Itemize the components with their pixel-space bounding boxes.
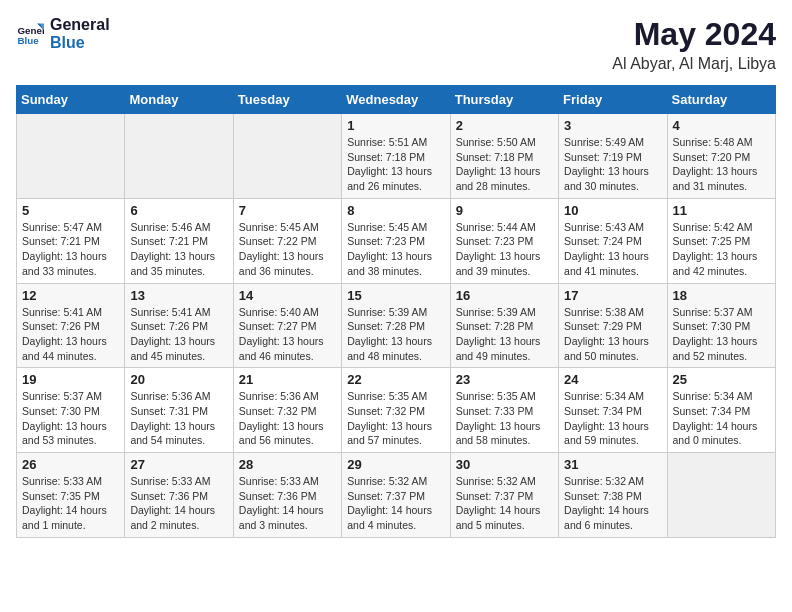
calendar-cell: 6Sunrise: 5:46 AMSunset: 7:21 PMDaylight…: [125, 198, 233, 283]
weekday-header-thursday: Thursday: [450, 86, 558, 114]
day-number: 19: [22, 372, 119, 387]
calendar-body: 1Sunrise: 5:51 AMSunset: 7:18 PMDaylight…: [17, 114, 776, 538]
day-info: Sunrise: 5:41 AMSunset: 7:26 PMDaylight:…: [130, 305, 227, 364]
calendar-cell: 12Sunrise: 5:41 AMSunset: 7:26 PMDayligh…: [17, 283, 125, 368]
calendar-cell: 1Sunrise: 5:51 AMSunset: 7:18 PMDaylight…: [342, 114, 450, 199]
calendar-week-2: 5Sunrise: 5:47 AMSunset: 7:21 PMDaylight…: [17, 198, 776, 283]
day-number: 15: [347, 288, 444, 303]
calendar-cell: 16Sunrise: 5:39 AMSunset: 7:28 PMDayligh…: [450, 283, 558, 368]
day-info: Sunrise: 5:34 AMSunset: 7:34 PMDaylight:…: [673, 389, 770, 448]
calendar-cell: [667, 453, 775, 538]
day-number: 8: [347, 203, 444, 218]
weekday-header-friday: Friday: [559, 86, 667, 114]
day-number: 25: [673, 372, 770, 387]
logo-blue: Blue: [50, 34, 110, 52]
day-info: Sunrise: 5:35 AMSunset: 7:32 PMDaylight:…: [347, 389, 444, 448]
day-info: Sunrise: 5:34 AMSunset: 7:34 PMDaylight:…: [564, 389, 661, 448]
calendar-cell: [233, 114, 341, 199]
calendar-cell: 17Sunrise: 5:38 AMSunset: 7:29 PMDayligh…: [559, 283, 667, 368]
calendar-cell: 7Sunrise: 5:45 AMSunset: 7:22 PMDaylight…: [233, 198, 341, 283]
day-number: 31: [564, 457, 661, 472]
day-info: Sunrise: 5:39 AMSunset: 7:28 PMDaylight:…: [456, 305, 553, 364]
calendar-week-3: 12Sunrise: 5:41 AMSunset: 7:26 PMDayligh…: [17, 283, 776, 368]
day-number: 3: [564, 118, 661, 133]
calendar-cell: 2Sunrise: 5:50 AMSunset: 7:18 PMDaylight…: [450, 114, 558, 199]
day-number: 13: [130, 288, 227, 303]
day-number: 18: [673, 288, 770, 303]
logo-general: General: [50, 16, 110, 34]
day-info: Sunrise: 5:32 AMSunset: 7:37 PMDaylight:…: [456, 474, 553, 533]
day-info: Sunrise: 5:46 AMSunset: 7:21 PMDaylight:…: [130, 220, 227, 279]
calendar-cell: 15Sunrise: 5:39 AMSunset: 7:28 PMDayligh…: [342, 283, 450, 368]
calendar-week-5: 26Sunrise: 5:33 AMSunset: 7:35 PMDayligh…: [17, 453, 776, 538]
day-info: Sunrise: 5:33 AMSunset: 7:36 PMDaylight:…: [239, 474, 336, 533]
day-info: Sunrise: 5:49 AMSunset: 7:19 PMDaylight:…: [564, 135, 661, 194]
day-info: Sunrise: 5:40 AMSunset: 7:27 PMDaylight:…: [239, 305, 336, 364]
day-info: Sunrise: 5:42 AMSunset: 7:25 PMDaylight:…: [673, 220, 770, 279]
day-number: 30: [456, 457, 553, 472]
day-number: 16: [456, 288, 553, 303]
day-info: Sunrise: 5:51 AMSunset: 7:18 PMDaylight:…: [347, 135, 444, 194]
calendar-cell: [17, 114, 125, 199]
calendar-week-1: 1Sunrise: 5:51 AMSunset: 7:18 PMDaylight…: [17, 114, 776, 199]
day-info: Sunrise: 5:45 AMSunset: 7:23 PMDaylight:…: [347, 220, 444, 279]
calendar-cell: 10Sunrise: 5:43 AMSunset: 7:24 PMDayligh…: [559, 198, 667, 283]
location-title: Al Abyar, Al Marj, Libya: [612, 55, 776, 73]
day-number: 10: [564, 203, 661, 218]
calendar-cell: 22Sunrise: 5:35 AMSunset: 7:32 PMDayligh…: [342, 368, 450, 453]
day-info: Sunrise: 5:44 AMSunset: 7:23 PMDaylight:…: [456, 220, 553, 279]
day-info: Sunrise: 5:37 AMSunset: 7:30 PMDaylight:…: [673, 305, 770, 364]
month-title: May 2024: [612, 16, 776, 53]
day-info: Sunrise: 5:45 AMSunset: 7:22 PMDaylight:…: [239, 220, 336, 279]
weekday-header-wednesday: Wednesday: [342, 86, 450, 114]
calendar-cell: 18Sunrise: 5:37 AMSunset: 7:30 PMDayligh…: [667, 283, 775, 368]
day-info: Sunrise: 5:33 AMSunset: 7:36 PMDaylight:…: [130, 474, 227, 533]
day-number: 23: [456, 372, 553, 387]
weekday-header-saturday: Saturday: [667, 86, 775, 114]
day-number: 5: [22, 203, 119, 218]
day-number: 14: [239, 288, 336, 303]
calendar-cell: 4Sunrise: 5:48 AMSunset: 7:20 PMDaylight…: [667, 114, 775, 199]
day-number: 1: [347, 118, 444, 133]
calendar-cell: 19Sunrise: 5:37 AMSunset: 7:30 PMDayligh…: [17, 368, 125, 453]
day-number: 20: [130, 372, 227, 387]
logo: General Blue General Blue: [16, 16, 110, 51]
day-number: 27: [130, 457, 227, 472]
calendar-cell: 29Sunrise: 5:32 AMSunset: 7:37 PMDayligh…: [342, 453, 450, 538]
day-info: Sunrise: 5:32 AMSunset: 7:38 PMDaylight:…: [564, 474, 661, 533]
calendar-cell: 30Sunrise: 5:32 AMSunset: 7:37 PMDayligh…: [450, 453, 558, 538]
weekday-header-sunday: Sunday: [17, 86, 125, 114]
calendar-cell: 23Sunrise: 5:35 AMSunset: 7:33 PMDayligh…: [450, 368, 558, 453]
day-info: Sunrise: 5:48 AMSunset: 7:20 PMDaylight:…: [673, 135, 770, 194]
calendar-table: SundayMondayTuesdayWednesdayThursdayFrid…: [16, 85, 776, 538]
calendar-week-4: 19Sunrise: 5:37 AMSunset: 7:30 PMDayligh…: [17, 368, 776, 453]
weekday-header-monday: Monday: [125, 86, 233, 114]
day-number: 2: [456, 118, 553, 133]
calendar-cell: 20Sunrise: 5:36 AMSunset: 7:31 PMDayligh…: [125, 368, 233, 453]
calendar-cell: 24Sunrise: 5:34 AMSunset: 7:34 PMDayligh…: [559, 368, 667, 453]
day-number: 28: [239, 457, 336, 472]
day-info: Sunrise: 5:38 AMSunset: 7:29 PMDaylight:…: [564, 305, 661, 364]
day-number: 6: [130, 203, 227, 218]
calendar-cell: 31Sunrise: 5:32 AMSunset: 7:38 PMDayligh…: [559, 453, 667, 538]
title-block: May 2024 Al Abyar, Al Marj, Libya: [612, 16, 776, 73]
day-info: Sunrise: 5:35 AMSunset: 7:33 PMDaylight:…: [456, 389, 553, 448]
day-number: 4: [673, 118, 770, 133]
page-header: General Blue General Blue May 2024 Al Ab…: [16, 16, 776, 73]
calendar-cell: 21Sunrise: 5:36 AMSunset: 7:32 PMDayligh…: [233, 368, 341, 453]
calendar-cell: 28Sunrise: 5:33 AMSunset: 7:36 PMDayligh…: [233, 453, 341, 538]
calendar-cell: 11Sunrise: 5:42 AMSunset: 7:25 PMDayligh…: [667, 198, 775, 283]
weekday-header-row: SundayMondayTuesdayWednesdayThursdayFrid…: [17, 86, 776, 114]
calendar-cell: 13Sunrise: 5:41 AMSunset: 7:26 PMDayligh…: [125, 283, 233, 368]
day-number: 9: [456, 203, 553, 218]
calendar-cell: 3Sunrise: 5:49 AMSunset: 7:19 PMDaylight…: [559, 114, 667, 199]
calendar-cell: 14Sunrise: 5:40 AMSunset: 7:27 PMDayligh…: [233, 283, 341, 368]
day-info: Sunrise: 5:50 AMSunset: 7:18 PMDaylight:…: [456, 135, 553, 194]
day-number: 26: [22, 457, 119, 472]
day-info: Sunrise: 5:37 AMSunset: 7:30 PMDaylight:…: [22, 389, 119, 448]
logo-icon: General Blue: [16, 20, 44, 48]
day-number: 22: [347, 372, 444, 387]
day-info: Sunrise: 5:33 AMSunset: 7:35 PMDaylight:…: [22, 474, 119, 533]
day-info: Sunrise: 5:43 AMSunset: 7:24 PMDaylight:…: [564, 220, 661, 279]
day-info: Sunrise: 5:47 AMSunset: 7:21 PMDaylight:…: [22, 220, 119, 279]
